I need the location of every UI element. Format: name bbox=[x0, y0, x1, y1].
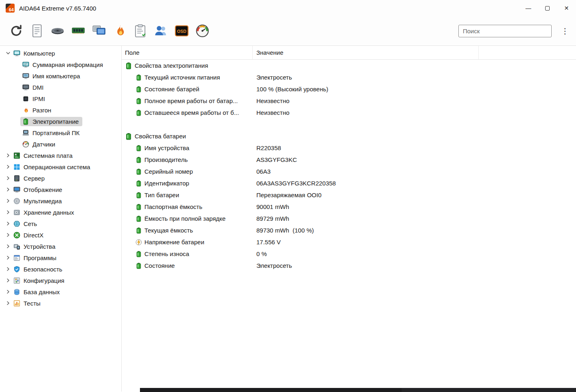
sidebar-item[interactable]: Отображение bbox=[0, 184, 121, 195]
section-header-row[interactable]: Свойства батареи bbox=[122, 130, 576, 142]
sidebar-item-body[interactable]: Мультимедиа bbox=[11, 196, 65, 206]
chevron-right-icon[interactable] bbox=[5, 232, 11, 238]
property-row[interactable]: ПроизводительAS3GYFG3KC bbox=[122, 154, 576, 166]
chevron-right-icon[interactable] bbox=[5, 300, 11, 306]
sidebar-item[interactable]: Устройства bbox=[0, 241, 121, 252]
chevron-right-icon[interactable] bbox=[5, 289, 11, 295]
sidebar-item[interactable]: Разгон bbox=[0, 104, 121, 116]
chevron-right-icon[interactable] bbox=[5, 254, 11, 261]
memory-modules-button[interactable] bbox=[68, 21, 88, 41]
stability-test-button[interactable] bbox=[109, 21, 130, 41]
chevron-right-icon[interactable] bbox=[5, 175, 11, 181]
sidebar-item-body[interactable]: Сеть bbox=[11, 219, 41, 228]
property-row[interactable]: Идентификатор06A3AS3GYFG3KCR220358 bbox=[122, 177, 576, 189]
disk-button[interactable] bbox=[47, 21, 68, 41]
property-row[interactable]: СостояниеЭлектросеть bbox=[122, 260, 576, 271]
sidebar-item[interactable]: Имя компьютера bbox=[0, 70, 121, 82]
refresh-button[interactable] bbox=[6, 21, 26, 41]
chevron-right-icon[interactable] bbox=[5, 277, 11, 284]
sidebar-item-body[interactable]: Суммарная информация bbox=[20, 60, 107, 69]
sidebar-item[interactable]: Сеть bbox=[0, 218, 121, 229]
property-row[interactable]: Текущий источник питанияЭлектросеть bbox=[122, 71, 576, 83]
sidebar-item-body[interactable]: Операционная система bbox=[11, 162, 94, 172]
sidebar-item-body[interactable]: Датчики bbox=[20, 140, 59, 149]
sensor-panel-button[interactable] bbox=[192, 21, 213, 41]
sidebar-item[interactable]: DMI bbox=[0, 82, 121, 93]
sidebar-item-body[interactable]: Разгон bbox=[20, 106, 55, 115]
chevron-right-icon[interactable] bbox=[5, 266, 11, 272]
audit-button[interactable] bbox=[150, 21, 171, 41]
sidebar-item[interactable]: Суммарная информация bbox=[0, 59, 121, 70]
sidebar-item-body[interactable]: DirectX bbox=[11, 230, 47, 240]
sidebar-item[interactable]: Компьютер bbox=[0, 47, 121, 59]
sidebar-item[interactable]: DirectX bbox=[0, 229, 121, 241]
chevron-right-icon[interactable] bbox=[5, 209, 11, 215]
sidebar-item-body[interactable]: Хранение данных bbox=[11, 208, 77, 217]
sidebar-item-body[interactable]: Конфигурация bbox=[11, 276, 68, 285]
sidebar-item[interactable]: Операционная система bbox=[0, 161, 121, 172]
property-row[interactable]: Текущая ёмкость89730 mWh (100 %) bbox=[122, 224, 576, 236]
sidebar-item[interactable]: Сервер bbox=[0, 172, 121, 184]
benchmark-button[interactable] bbox=[130, 21, 150, 41]
property-row[interactable]: Состояние батарей100 % (Высокий уровень) bbox=[122, 83, 576, 95]
sidebar-item-body[interactable]: База данных bbox=[11, 287, 63, 297]
sidebar-item-body[interactable]: Тесты bbox=[11, 299, 44, 308]
chevron-right-icon[interactable] bbox=[5, 220, 11, 227]
column-header-value[interactable]: Значение bbox=[253, 46, 479, 59]
sidebar-item-body[interactable]: Системная плата bbox=[11, 151, 76, 160]
chevron-right-icon[interactable] bbox=[5, 198, 11, 204]
sidebar-item-body[interactable]: Отображение bbox=[11, 185, 66, 194]
sidebar-item[interactable]: База данных bbox=[0, 286, 121, 297]
sidebar-item-body[interactable]: DMI bbox=[20, 83, 47, 92]
sidebar-item[interactable]: Конфигурация bbox=[0, 275, 121, 286]
minimize-button[interactable]: — bbox=[519, 0, 538, 16]
sidebar-item-body[interactable]: Портативный ПК bbox=[20, 128, 83, 138]
sidebar-item-body[interactable]: Электропитание bbox=[20, 117, 82, 126]
sidebar-item-body[interactable]: Безопасность bbox=[11, 265, 66, 274]
property-name-cell: Состояние батарей bbox=[122, 86, 253, 93]
property-row[interactable]: Оставшееся время работы от б...Неизвестн… bbox=[122, 107, 576, 118]
close-button[interactable]: ✕ bbox=[557, 0, 576, 16]
overflow-menu-button[interactable]: ⋮ bbox=[558, 26, 572, 36]
sidebar-item[interactable]: Тесты bbox=[0, 297, 121, 309]
sidebar-item[interactable]: Программы bbox=[0, 252, 121, 263]
sidebar-item-body[interactable]: Компьютер bbox=[11, 49, 59, 58]
chevron-right-icon[interactable] bbox=[5, 164, 11, 170]
property-row[interactable]: Серийный номер06A3 bbox=[122, 166, 576, 177]
maximize-button[interactable] bbox=[538, 0, 557, 16]
chevron-right-icon[interactable] bbox=[5, 243, 11, 250]
sidebar-item[interactable]: Мультимедиа bbox=[0, 195, 121, 207]
section-header-row[interactable]: Свойства электропитания bbox=[122, 60, 576, 71]
chevron-right-icon[interactable] bbox=[5, 186, 11, 193]
refresh-icon bbox=[9, 24, 23, 38]
search-input[interactable] bbox=[458, 25, 552, 37]
property-row[interactable]: Тип батареиПерезаряжаемая OOI0 bbox=[122, 189, 576, 201]
sidebar-item[interactable]: Безопасность bbox=[0, 263, 121, 275]
property-row[interactable]: Ёмкость при полной зарядке89729 mWh bbox=[122, 213, 576, 224]
chevron-down-icon[interactable] bbox=[5, 50, 11, 56]
sidebar-item-body[interactable]: Имя компьютера bbox=[20, 71, 84, 81]
sidebar-item[interactable]: Системная плата bbox=[0, 150, 121, 161]
property-row[interactable]: Степень износа0 % bbox=[122, 248, 576, 260]
osd-button[interactable]: OSD bbox=[171, 21, 192, 41]
property-row[interactable]: Напряжение батареи17.556 V bbox=[122, 236, 576, 248]
property-name-cell: Производитель bbox=[122, 156, 253, 163]
chevron-right-icon[interactable] bbox=[5, 152, 11, 159]
sidebar-item[interactable]: Портативный ПК bbox=[0, 127, 121, 138]
sidebar-item[interactable]: IPMI bbox=[0, 93, 121, 104]
property-row[interactable]: Паспортная ёмкость90001 mWh bbox=[122, 201, 576, 213]
sidebar-item-body[interactable]: Устройства bbox=[11, 242, 59, 251]
table-header: Поле Значение bbox=[122, 46, 576, 60]
sidebar-item-label: Портативный ПК bbox=[32, 129, 80, 136]
sidebar-item[interactable]: Хранение данных bbox=[0, 207, 121, 218]
sidebar-item[interactable]: Датчики bbox=[0, 138, 121, 150]
property-row[interactable]: Имя устройстваR220358 bbox=[122, 142, 576, 154]
property-row[interactable]: Полное время работы от батар...Неизвестн… bbox=[122, 95, 576, 107]
sidebar-item-body[interactable]: Программы bbox=[11, 253, 60, 263]
sidebar-item-body[interactable]: IPMI bbox=[20, 94, 49, 103]
column-header-field[interactable]: Поле bbox=[122, 46, 253, 59]
sidebar-item[interactable]: Электропитание bbox=[0, 116, 121, 127]
sidebar-item-body[interactable]: Сервер bbox=[11, 174, 48, 183]
report-button[interactable] bbox=[26, 21, 47, 41]
remote-display-button[interactable] bbox=[88, 21, 109, 41]
